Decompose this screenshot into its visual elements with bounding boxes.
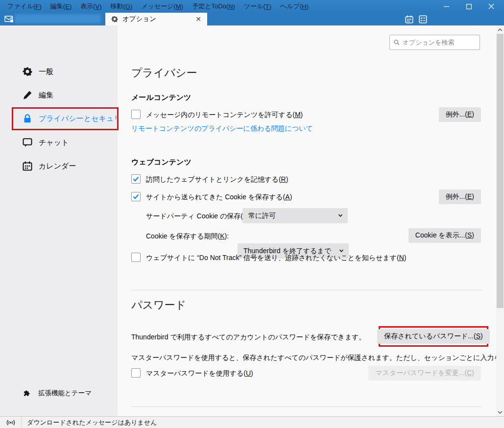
sidebar-item-label: カレンダー bbox=[39, 162, 76, 171]
sidebar-item-privacy-security[interactable]: プライバシーとセキュリティ bbox=[0, 107, 118, 130]
tab-bar: オプション ✕ bbox=[0, 13, 504, 25]
tasks-icon bbox=[419, 15, 427, 24]
gear-icon bbox=[111, 16, 118, 23]
section-divider bbox=[131, 406, 481, 407]
network-status-zone bbox=[0, 417, 22, 428]
chevron-down-icon bbox=[338, 248, 344, 254]
keep-cookies-until-label: Cookie を保存する期間(K): bbox=[146, 232, 229, 241]
broadcast-icon bbox=[6, 419, 15, 427]
calendar-icon bbox=[23, 161, 32, 171]
tab-mail[interactable] bbox=[0, 13, 105, 25]
section-divider bbox=[131, 290, 481, 290]
checkmark-icon bbox=[133, 194, 139, 199]
mail-lock-icon bbox=[4, 15, 14, 23]
maximize-button[interactable] bbox=[457, 0, 480, 13]
blurred-account-name bbox=[15, 14, 101, 24]
menu-view[interactable]: 表示(V) bbox=[76, 0, 106, 13]
menu-help[interactable]: ヘルプ(H) bbox=[276, 0, 313, 13]
status-bar: ダウンロードされたメッセージはありません bbox=[0, 416, 504, 428]
accept-cookies-label: サイトから送られてきた Cookie を保存する(A) bbox=[146, 193, 292, 202]
sidebar-item-calendar[interactable]: カレンダー bbox=[0, 154, 118, 178]
menu-events-todo[interactable]: 予定とToDo(N) bbox=[188, 0, 240, 13]
menu-edit[interactable]: 編集(E) bbox=[46, 0, 76, 13]
third-party-cookies-value: 常に許可 bbox=[248, 212, 276, 220]
allow-remote-content-checkbox[interactable] bbox=[131, 110, 141, 119]
tasks-toolbar-button[interactable] bbox=[416, 14, 429, 24]
do-not-track-label: ウェブサイトに “Do Not Track” 信号を送り、追跡されたくないことを… bbox=[146, 254, 406, 262]
calendar-icon bbox=[405, 15, 413, 24]
sidebar-footer-label: 拡張機能とテーマ bbox=[38, 389, 92, 398]
scrollbar-thumb[interactable] bbox=[497, 34, 504, 308]
vertical-scrollbar[interactable] bbox=[496, 25, 504, 416]
maximize-icon bbox=[466, 4, 472, 9]
minimize-icon bbox=[444, 4, 449, 9]
section-heading-passwords: パスワード bbox=[131, 298, 186, 312]
page-title: プライバシー bbox=[131, 66, 197, 80]
sidebar-item-label: 編集 bbox=[39, 91, 53, 100]
options-content: プライバシー メールコンテンツ メッセージ内のリモートコンテンツを許可する(M)… bbox=[118, 25, 504, 416]
chevron-up-icon bbox=[498, 28, 503, 32]
sidebar-item-composition[interactable]: 編集 bbox=[0, 83, 118, 107]
puzzle-icon bbox=[24, 390, 31, 397]
do-not-track-checkbox[interactable] bbox=[131, 253, 141, 262]
scroll-down-button[interactable] bbox=[496, 408, 504, 416]
section-heading-web-content: ウェブコンテンツ bbox=[131, 158, 192, 167]
remember-sites-label: 訪問したウェブサイトとリンクを記憶する(R) bbox=[146, 175, 288, 184]
show-cookies-button[interactable]: Cookie を表示...(S) bbox=[408, 228, 481, 243]
third-party-cookies-select[interactable]: 常に許可 bbox=[242, 208, 348, 223]
use-master-password-checkbox[interactable] bbox=[131, 368, 141, 378]
pencil-icon bbox=[23, 90, 32, 100]
cookie-exceptions-button[interactable]: 例外...(E) bbox=[439, 190, 481, 204]
scroll-up-button[interactable] bbox=[496, 25, 504, 34]
search-icon bbox=[394, 39, 400, 46]
calendar-toolbar-button[interactable] bbox=[403, 14, 415, 24]
menu-message[interactable]: メッセージ(M) bbox=[137, 0, 188, 13]
remember-sites-checkbox[interactable] bbox=[131, 174, 141, 184]
menu-go[interactable]: 移動(G) bbox=[106, 0, 137, 13]
accept-cookies-checkbox[interactable] bbox=[131, 192, 141, 201]
sidebar-item-label: 一般 bbox=[39, 67, 53, 76]
search-input[interactable] bbox=[403, 39, 476, 46]
menu-file[interactable]: ファイル(F) bbox=[3, 0, 46, 13]
sidebar-item-addons-themes[interactable]: 拡張機能とテーマ bbox=[0, 383, 118, 403]
use-master-password-label: マスターパスワードを使用する(U) bbox=[146, 369, 253, 378]
chat-icon bbox=[23, 138, 32, 147]
chevron-down-icon bbox=[337, 213, 343, 218]
master-password-description: マスターパスワードを使用すると、保存されたすべてのパスワードが保護されます。ただ… bbox=[131, 354, 504, 362]
gear-icon bbox=[23, 67, 32, 76]
close-button[interactable] bbox=[480, 0, 503, 13]
remote-content-privacy-link[interactable]: リモートコンテンツのプライバシーに係わる問題について bbox=[131, 124, 313, 133]
section-heading-mail-content: メールコンテンツ bbox=[131, 93, 191, 102]
tab-close-icon[interactable]: ✕ bbox=[195, 16, 201, 23]
tab-options-label: オプション bbox=[122, 15, 195, 24]
red-annotation-box-saved-passwords: 保存されているパスワード...(S) bbox=[379, 326, 488, 347]
category-sidebar: 一般 編集 プライバシーとセキュリティ チャット bbox=[0, 25, 118, 416]
chevron-down-icon bbox=[498, 410, 503, 414]
menubar: ファイル(F) 編集(E) 表示(V) 移動(G) メッセージ(M) 予定とTo… bbox=[0, 0, 504, 13]
search-box bbox=[389, 35, 480, 50]
status-message: ダウンロードされたメッセージはありません bbox=[27, 418, 157, 427]
change-master-password-button[interactable]: マスターパスワードを変更...(C) bbox=[368, 366, 481, 380]
allow-remote-content-label: メッセージ内のリモートコンテンツを許可する(M) bbox=[146, 111, 303, 119]
minimize-button[interactable] bbox=[435, 0, 457, 13]
passwords-description: Thunderbird で利用するすべてのアカウントのパスワードを保存できます。 bbox=[131, 333, 366, 342]
checkmark-icon bbox=[133, 176, 139, 182]
close-icon bbox=[488, 3, 494, 9]
menu-tools[interactable]: ツール(T) bbox=[240, 0, 276, 13]
lock-icon bbox=[23, 114, 32, 123]
third-party-cookies-label: サードパーティ Cookie の保存(C): bbox=[146, 212, 252, 221]
remote-exceptions-button[interactable]: 例外...(E) bbox=[439, 107, 481, 122]
sidebar-item-general[interactable]: 一般 bbox=[0, 60, 118, 83]
sidebar-item-label: チャット bbox=[39, 138, 69, 147]
thunderbird-options-window: ファイル(F) 編集(E) 表示(V) 移動(G) メッセージ(M) 予定とTo… bbox=[0, 0, 504, 428]
sidebar-item-chat[interactable]: チャット bbox=[0, 131, 118, 154]
saved-passwords-button[interactable]: 保存されているパスワード...(S) bbox=[377, 329, 489, 344]
tab-options[interactable]: オプション ✕ bbox=[105, 13, 207, 25]
